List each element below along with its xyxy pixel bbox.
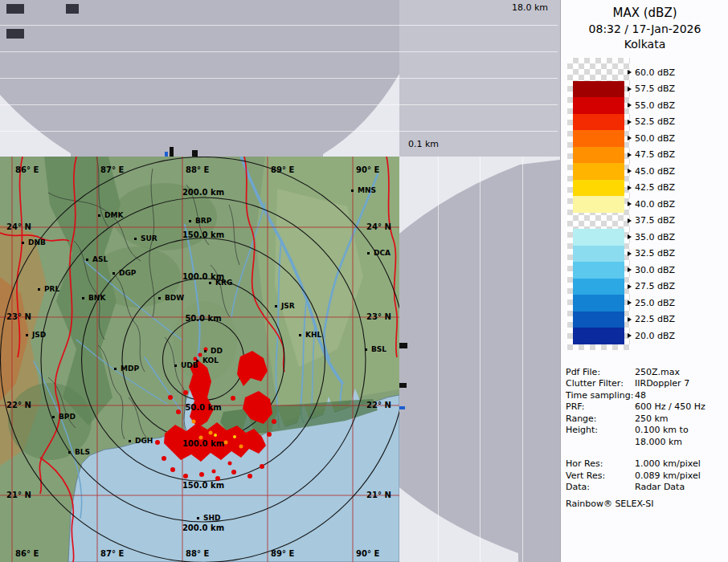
legend-entry-label: 42.5 dBZ (635, 180, 675, 197)
height-gridline (0, 78, 558, 79)
map-graphic (0, 157, 399, 562)
legend-swatch (573, 147, 624, 164)
height-gridline (522, 157, 523, 562)
height-axis-min-label: 0.1 km (408, 139, 439, 149)
metadata-label: Range: (566, 413, 635, 424)
metadata-value: 1.000 km/pixel (635, 458, 701, 469)
echo-profile-mark (399, 343, 407, 348)
metadata-value: 0.100 km to (635, 425, 689, 435)
height-gridline (480, 157, 481, 562)
legend-swatch (573, 64, 624, 81)
height-gridline (0, 104, 558, 105)
metadata-row: Data:Radar Data (566, 482, 726, 494)
legend-panel: MAX (dBZ) 08:32 / 17-Jan-2026 Kolkata 60… (560, 0, 728, 562)
legend-swatch (573, 262, 624, 279)
legend-entry-label: 55.0 dBZ (635, 97, 675, 114)
metadata-label: Hor Res: (566, 458, 635, 469)
legend-entry-label: 30.0 dBZ (635, 262, 675, 279)
legend-entry-label: 45.0 dBZ (635, 163, 675, 180)
metadata-label: Clutter Filter: (566, 378, 635, 389)
product-datetime: 08:32 / 17-Jan-2026 (561, 22, 728, 35)
legend-entry-label: 60.0 dBZ (635, 64, 675, 81)
legend-swatch (573, 130, 624, 147)
metadata-row: PRF:600 Hz / 450 Hz (566, 401, 726, 413)
metadata-value: IIRDoppler 7 (635, 378, 689, 389)
metadata-row: Clutter Filter:IIRDoppler 7 (566, 378, 726, 390)
metadata-row: 18.000 km (566, 436, 726, 448)
station-name: Kolkata (561, 38, 728, 51)
metadata-label: Height: (566, 425, 635, 435)
height-gridline (0, 51, 558, 52)
legend-entry-label: 40.0 dBZ (635, 196, 675, 213)
legend-entry-label: 25.0 dBZ (635, 295, 675, 312)
colorbar (573, 64, 624, 344)
map-viewport[interactable]: 86° E86° E87° E87° E88° E88° E89° E89° E… (0, 157, 399, 562)
metadata-value: 18.000 km (635, 437, 682, 447)
height-gridline (0, 131, 558, 132)
metadata-label: Data: (566, 482, 635, 492)
product-title: MAX (dBZ) (561, 6, 728, 20)
legend-entry-label: 37.5 dBZ (635, 213, 675, 230)
metadata-row: Range:250 km (566, 413, 726, 425)
legend-entry-label: 20.0 dBZ (635, 328, 675, 344)
radar-display-window: 18.0 km 0.1 km (0, 0, 728, 562)
legend-entry-label: 57.5 dBZ (635, 81, 675, 98)
legend-swatch (573, 279, 624, 295)
legend-swatch (573, 328, 624, 344)
echo-profile-mark-blue (399, 406, 405, 409)
legend-swatch (573, 246, 624, 263)
legend-swatch (573, 295, 624, 312)
metadata-label: Vert Res: (566, 470, 635, 481)
colorbar-labels: 60.0 dBZ57.5 dBZ55.0 dBZ52.5 dBZ50.0 dBZ… (635, 64, 675, 344)
metadata-row: Hor Res:1.000 km/pixel (566, 458, 726, 470)
legend-swatch (573, 163, 624, 180)
height-axis-max-label: 18.0 km (512, 2, 548, 13)
metadata-value: 250Z.max (635, 367, 680, 377)
metadata-value: 600 Hz / 450 Hz (635, 401, 706, 412)
legend-swatch (573, 196, 624, 213)
side-projection-panel (399, 157, 560, 562)
ui-artifact (6, 4, 24, 14)
metadata-label: PRF: (566, 401, 635, 412)
echo-profile-mark (192, 150, 198, 157)
metadata-value: Radar Data (635, 482, 685, 492)
legend-swatch (573, 97, 624, 114)
legend-metadata: Pdf File:250Z.maxClutter Filter:IIRDoppl… (566, 366, 726, 493)
metadata-row: Vert Res:0.089 km/pixel (566, 470, 726, 482)
metadata-row: Height:0.100 km to (566, 425, 726, 437)
legend-entry-label: 27.5 dBZ (635, 279, 675, 295)
height-gridline (0, 25, 558, 26)
echo-profile-mark (399, 383, 407, 388)
ui-artifact (66, 4, 79, 14)
legend-swatch (573, 114, 624, 131)
metadata-row: Pdf File:250Z.max (566, 366, 726, 378)
ui-artifact (6, 29, 24, 39)
echo-profile-mark (170, 147, 174, 157)
legend-swatch (573, 229, 624, 246)
metadata-label: Pdf File: (566, 367, 635, 377)
legend-entry-label: 47.5 dBZ (635, 147, 675, 164)
legend-entry-label: 52.5 dBZ (635, 114, 675, 131)
legend-swatch (573, 180, 624, 197)
legend-entry-label: 32.5 dBZ (635, 246, 675, 263)
legend-swatch (573, 81, 624, 98)
metadata-label: Time sampling: (566, 390, 635, 401)
legend-entry-label: 22.5 dBZ (635, 312, 675, 328)
metadata-value: 48 (635, 390, 646, 401)
legend-entry-label: 50.0 dBZ (635, 130, 675, 147)
height-gridline (438, 157, 439, 562)
metadata-value: 250 km (635, 413, 669, 424)
legend-entry-label: 35.0 dBZ (635, 229, 675, 246)
software-brand: Rainbow® SELEX-SI (566, 499, 654, 509)
legend-swatch (573, 312, 624, 328)
metadata-row: Time sampling:48 (566, 389, 726, 401)
legend-swatch (573, 213, 624, 230)
metadata-value: 0.089 km/pixel (635, 470, 701, 481)
